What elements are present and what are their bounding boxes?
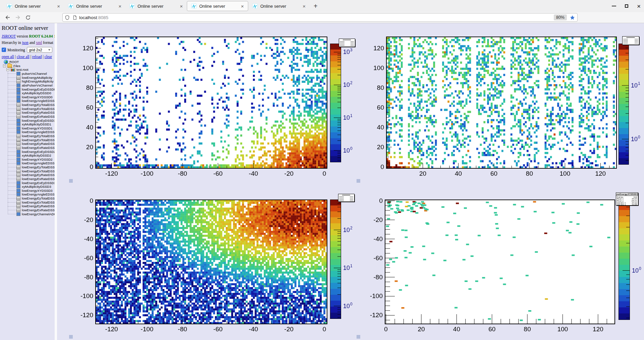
tree-item[interactable]: lowEnergyEyTotalDSSD3: [2, 196, 55, 201]
action-close-all[interactable]: close all: [17, 55, 30, 59]
tree-item[interactable]: lowEnergyEyRateDSSD0: [2, 111, 55, 115]
tab-strip: Online server×Online server×Online serve…: [3, 0, 310, 12]
browser-tab[interactable]: Online server×: [125, 1, 187, 11]
hist1d-icon: [16, 79, 20, 83]
tree-item[interactable]: lowEnergyExTotalDSSD3: [2, 200, 55, 204]
folder-icon: [7, 64, 12, 68]
tree-item[interactable]: xyMultiplicityDSSD1: [2, 122, 55, 126]
hist1d-icon: [16, 107, 20, 111]
hist1d-icon: [16, 173, 20, 177]
tree-item[interactable]: lowEnergyXYDSSD2: [2, 158, 55, 162]
hist1d-icon: [16, 76, 20, 79]
monitoring-checkbox[interactable]: [2, 48, 6, 52]
tree-item[interactable]: lowEnergyAngleEDSSD0: [2, 99, 55, 103]
tree-item[interactable]: lowEnergyAngleEDSSD1: [2, 130, 55, 134]
action-reload[interactable]: reload: [32, 55, 42, 59]
tree-item[interactable]: lowEnergyXYDSSD1: [2, 126, 55, 130]
tab-close-icon[interactable]: ×: [301, 3, 307, 9]
forward-button[interactable]: [13, 13, 23, 22]
reload-button[interactable]: [23, 13, 33, 22]
tree-item[interactable]: lowEnergyExEyDSSD3: [2, 181, 55, 185]
jsroot-logo-icon: [129, 3, 135, 9]
plot-panel-2[interactable]: [358, 23, 644, 181]
window-minimize-button[interactable]: [612, 6, 616, 6]
plot-panel-4[interactable]: [358, 181, 644, 340]
tree-item[interactable]: lowEnergyEyRateDSSD1: [2, 142, 55, 146]
tree-item[interactable]: lowEnergyAngleEDSSD3: [2, 192, 55, 196]
browser-tab[interactable]: Online server×: [3, 1, 64, 11]
plot-panel-3[interactable]: [57, 181, 358, 340]
jsroot-logo-icon: [68, 3, 73, 9]
window-controls: ×: [612, 0, 641, 12]
hist2d-icon: [16, 99, 20, 103]
tree-item[interactable]: xyMultiplicityDSSD3: [2, 185, 55, 189]
hist2d-icon: [16, 181, 20, 185]
tree-item[interactable]: lowEnergyXYDSSD3: [2, 189, 55, 193]
tree-item[interactable]: lowEnergyXYDSSD0: [2, 95, 55, 99]
tree-item[interactable]: lowEnergyExTotalDSSD2: [2, 169, 55, 173]
grid-separator-handle[interactable]: [357, 335, 360, 339]
tree-item[interactable]: highEnergyMultiplicity: [2, 79, 55, 83]
plot-panel-1[interactable]: [57, 23, 358, 181]
tree-item[interactable]: lowEnergyEyTotalDSSD1: [2, 134, 55, 138]
page-title: ROOT online server: [2, 25, 55, 32]
tree-item[interactable]: lowEnergyExTotalDSSD1: [2, 138, 55, 142]
jsroot-link[interactable]: JSROOT: [2, 34, 16, 38]
hist2d-icon: [16, 212, 20, 216]
action-clear[interactable]: clear: [45, 55, 52, 59]
tree-item[interactable]: lowEnergyEyRateDSSD3: [2, 204, 55, 208]
tree-item[interactable]: lowEnergyEyTotalDSSD2: [2, 165, 55, 169]
tree-item[interactable]: xyMultiplicityDSSD2: [2, 154, 55, 158]
bookmark-star-icon[interactable]: [570, 15, 575, 20]
url-bar[interactable]: localhost:8085 80%: [62, 13, 578, 22]
collapse-expander-icon[interactable]: [3, 64, 6, 67]
hist2d-icon: [16, 122, 20, 126]
tab-close-icon[interactable]: ×: [178, 3, 184, 9]
tree-item[interactable]: lowEnergyEyTotalDSSD0: [2, 103, 55, 107]
sidebar-divider[interactable]: [55, 23, 57, 340]
tree-item[interactable]: lowEnergyChannelADC: [2, 212, 55, 216]
collapse-expander-icon[interactable]: [6, 68, 9, 71]
tree-item[interactable]: lowEnergyExEyDSSD2: [2, 150, 55, 154]
browser-tab[interactable]: Online server×: [64, 1, 125, 11]
tree-item[interactable]: lowEnergyExRateDSSD3: [2, 208, 55, 212]
back-button[interactable]: [3, 13, 13, 22]
hist1d-icon: [16, 201, 20, 204]
hist1d-icon: [16, 134, 20, 138]
grid-separator-handle[interactable]: [357, 179, 360, 183]
layout-select[interactable]: grid 2x2: [27, 47, 52, 53]
browser-tab[interactable]: Online server×: [248, 1, 310, 11]
action-open-all[interactable]: open all: [2, 55, 14, 59]
tree-item[interactable]: lowEnergyExRateDSSD0: [2, 115, 55, 119]
tree-item[interactable]: lowEnergyAngleEDSSD2: [2, 161, 55, 165]
tree-files[interactable]: Files: [2, 64, 55, 68]
tree-item[interactable]: lowEnergyExTotalDSSD0: [2, 107, 55, 111]
tab-close-icon[interactable]: ×: [117, 3, 123, 9]
xml-link[interactable]: xml: [36, 41, 42, 45]
window-close-button[interactable]: ×: [637, 3, 641, 9]
tree-item[interactable]: pulserVsChannel: [2, 72, 55, 76]
tree-item[interactable]: lowEnergyEyRateDSSD2: [2, 173, 55, 177]
json-link[interactable]: json: [22, 41, 29, 45]
jsroot-logo-icon: [191, 3, 197, 9]
root-file-icon: [11, 68, 15, 71]
tree-file-testroot[interactable]: test.root: [2, 68, 55, 72]
tree-item[interactable]: absPulserVsChannel: [2, 83, 55, 88]
tab-close-icon[interactable]: ×: [56, 3, 61, 9]
hist2d-icon: [16, 158, 20, 161]
tree-item[interactable]: lowEnergyExEyDSSD1: [2, 118, 55, 122]
hist2d-icon: [16, 185, 20, 188]
browser-tab[interactable]: Online server×: [187, 1, 248, 11]
tab-close-icon[interactable]: ×: [239, 3, 245, 9]
hist2d-icon: [16, 161, 20, 165]
new-tab-button[interactable]: +: [310, 2, 322, 10]
tree-item[interactable]: lowEnergyExRateDSSD1: [2, 146, 55, 150]
tree-item[interactable]: lowEnergyExEyDSSD0: [2, 87, 55, 91]
tree-item[interactable]: xyMultiplicityDSSD0: [2, 91, 55, 95]
window-maximize-button[interactable]: [625, 4, 628, 8]
grid-separator-handle[interactable]: [69, 179, 73, 183]
zoom-level-badge[interactable]: 80%: [554, 14, 567, 20]
tree-item[interactable]: lowEnergyExRateDSSD2: [2, 177, 55, 181]
grid-separator-handle[interactable]: [69, 335, 73, 339]
tree-item[interactable]: lowEnergyMultiplicity: [2, 75, 55, 79]
